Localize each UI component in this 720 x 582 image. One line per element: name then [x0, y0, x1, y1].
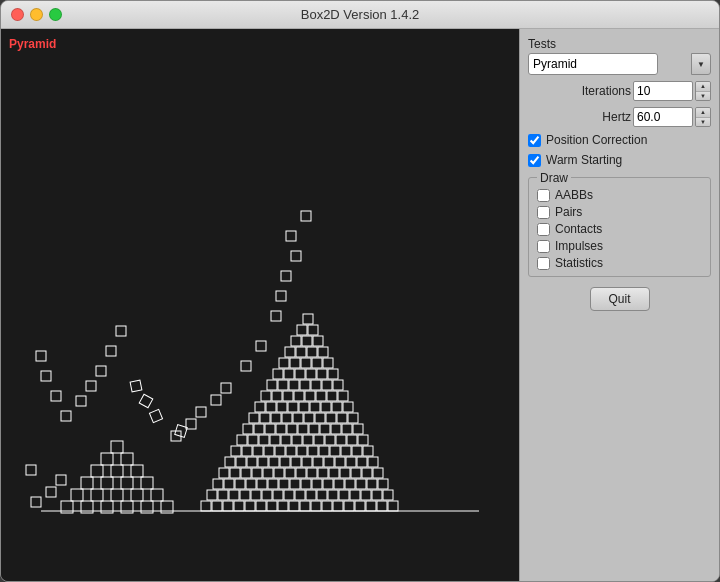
statistics-row: Statistics	[537, 256, 702, 270]
warm-starting-label: Warm Starting	[546, 153, 622, 167]
titlebar: Box2D Version 1.4.2	[1, 1, 719, 29]
draw-group-legend: Draw	[537, 171, 571, 185]
main-window: Box2D Version 1.4.2 Pyramid Tests Pyrami…	[0, 0, 720, 582]
impulses-label: Impulses	[555, 239, 603, 253]
iterations-down[interactable]: ▼	[696, 92, 710, 101]
test-select-wrapper: Pyramid ▼	[528, 53, 711, 75]
iterations-input[interactable]	[633, 81, 693, 101]
pairs-row: Pairs	[537, 205, 702, 219]
minimize-button[interactable]	[30, 8, 43, 21]
position-correction-checkbox[interactable]	[528, 134, 541, 147]
simulation-label: Pyramid	[9, 37, 56, 51]
quit-button[interactable]: Quit	[590, 287, 650, 311]
close-button[interactable]	[11, 8, 24, 21]
traffic-lights	[11, 8, 62, 21]
impulses-row: Impulses	[537, 239, 702, 253]
iterations-row: Iterations ▲ ▼	[528, 81, 711, 101]
iterations-label: Iterations	[582, 84, 631, 98]
maximize-button[interactable]	[49, 8, 62, 21]
impulses-checkbox[interactable]	[537, 240, 550, 253]
pairs-label: Pairs	[555, 205, 582, 219]
content-area: Pyramid Tests Pyramid ▼ Iterations ▲ ▼	[1, 29, 719, 581]
aabbs-row: AABBs	[537, 188, 702, 202]
simulation-canvas: Pyramid	[1, 29, 519, 581]
hertz-row: Hertz ▲ ▼	[528, 107, 711, 127]
canvas-element	[1, 29, 519, 581]
pairs-checkbox[interactable]	[537, 206, 550, 219]
iterations-up[interactable]: ▲	[696, 82, 710, 92]
warm-starting-row: Warm Starting	[528, 153, 711, 167]
warm-starting-checkbox[interactable]	[528, 154, 541, 167]
window-title: Box2D Version 1.4.2	[301, 7, 420, 22]
select-arrow-icon: ▼	[691, 53, 711, 75]
aabbs-checkbox[interactable]	[537, 189, 550, 202]
statistics-label: Statistics	[555, 256, 603, 270]
draw-items: AABBs Pairs Contacts Impulses	[537, 188, 702, 270]
contacts-label: Contacts	[555, 222, 602, 236]
position-correction-row: Position Correction	[528, 133, 711, 147]
hertz-down[interactable]: ▼	[696, 118, 710, 127]
hertz-up[interactable]: ▲	[696, 108, 710, 118]
contacts-checkbox[interactable]	[537, 223, 550, 236]
sidebar-panel: Tests Pyramid ▼ Iterations ▲ ▼ Hertz	[519, 29, 719, 581]
tests-section: Tests Pyramid ▼	[528, 37, 711, 75]
position-correction-label: Position Correction	[546, 133, 647, 147]
test-select[interactable]: Pyramid	[528, 53, 658, 75]
contacts-row: Contacts	[537, 222, 702, 236]
draw-group: Draw AABBs Pairs Contacts	[528, 177, 711, 277]
tests-label: Tests	[528, 37, 711, 51]
hertz-stepper[interactable]: ▲ ▼	[695, 107, 711, 127]
aabbs-label: AABBs	[555, 188, 593, 202]
hertz-label: Hertz	[602, 110, 631, 124]
iterations-stepper[interactable]: ▲ ▼	[695, 81, 711, 101]
hertz-input[interactable]	[633, 107, 693, 127]
statistics-checkbox[interactable]	[537, 257, 550, 270]
